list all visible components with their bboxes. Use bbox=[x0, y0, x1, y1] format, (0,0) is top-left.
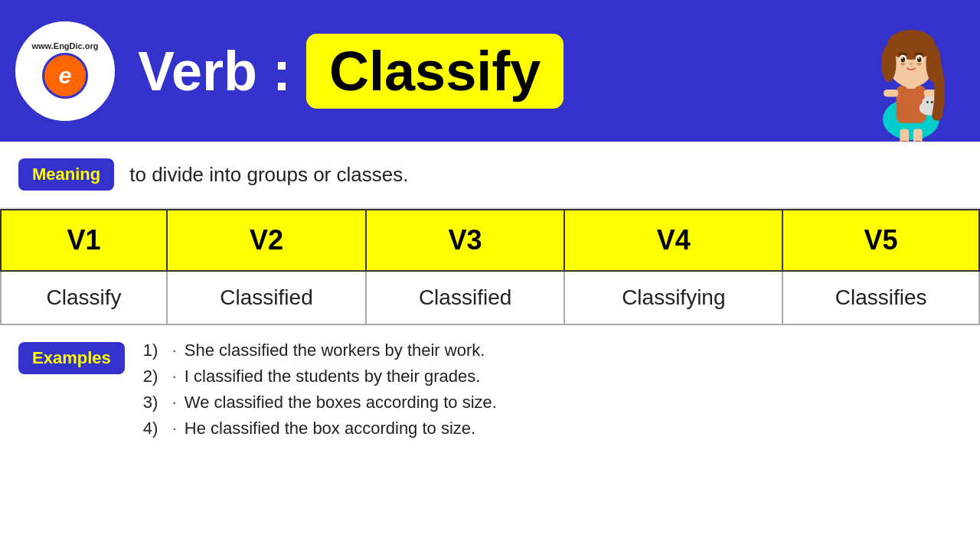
svg-point-24 bbox=[917, 57, 922, 63]
list-item: 3) · We classified the boxes according t… bbox=[143, 393, 497, 412]
table-header-row: V1 V2 V3 V4 V5 bbox=[1, 210, 979, 271]
girl-illustration bbox=[850, 0, 972, 142]
girl-svg bbox=[854, 4, 969, 142]
svg-rect-1 bbox=[900, 129, 909, 142]
examples-row: Examples 1) · She classified the workers… bbox=[0, 325, 980, 454]
svg-point-26 bbox=[918, 57, 920, 59]
svg-point-17 bbox=[881, 45, 896, 83]
logo-text: www.EngDic.org bbox=[32, 41, 99, 51]
col-v3: V3 bbox=[366, 210, 565, 271]
example-text-4: He classified the box according to size. bbox=[185, 419, 475, 439]
col-v1: V1 bbox=[1, 210, 167, 271]
svg-point-11 bbox=[931, 101, 933, 103]
list-item: 2) · I classified the students by their … bbox=[143, 367, 497, 386]
logo: www.EngDic.org e bbox=[15, 21, 115, 121]
meaning-text: to divide into groups or classes. bbox=[129, 163, 408, 187]
col-v4: V4 bbox=[564, 210, 782, 271]
svg-point-25 bbox=[901, 57, 903, 59]
col-v2: V2 bbox=[167, 210, 366, 271]
examples-list: 1) · She classified the workers by their… bbox=[143, 341, 497, 439]
cell-v1: Classify bbox=[1, 271, 167, 324]
main-word-badge: Classify bbox=[306, 34, 564, 109]
svg-rect-2 bbox=[913, 129, 923, 142]
table-data-row: Classify Classified Classified Classifyi… bbox=[1, 271, 979, 324]
list-item: 4) · He classified the box according to … bbox=[143, 419, 497, 439]
verb-label: Verb : bbox=[138, 40, 291, 103]
meaning-badge: Meaning bbox=[18, 158, 114, 191]
examples-badge: Examples bbox=[18, 342, 125, 374]
cell-v3: Classified bbox=[366, 271, 565, 324]
logo-icon: e bbox=[42, 53, 88, 99]
logo-letter: e bbox=[59, 63, 72, 89]
example-text-2: I classified the students by their grade… bbox=[185, 367, 480, 386]
svg-point-23 bbox=[900, 57, 905, 63]
cell-v4: Classifying bbox=[564, 271, 782, 324]
content-area: Meaning to divide into groups or classes… bbox=[0, 142, 980, 454]
col-v5: V5 bbox=[782, 210, 979, 271]
meaning-row: Meaning to divide into groups or classes… bbox=[0, 142, 980, 209]
svg-point-10 bbox=[926, 101, 929, 103]
example-text-3: We classified the boxes according to siz… bbox=[185, 393, 497, 412]
header: www.EngDic.org e Verb : Classify bbox=[0, 0, 980, 142]
verb-table: V1 V2 V3 V4 V5 Classify Classified Class… bbox=[0, 209, 980, 325]
cell-v5: Classifies bbox=[782, 271, 979, 324]
main-word: Classify bbox=[329, 41, 541, 102]
svg-rect-12 bbox=[884, 90, 898, 97]
list-item: 1) · She classified the workers by their… bbox=[143, 341, 497, 360]
example-text-1: She classified the workers by their work… bbox=[185, 341, 485, 360]
header-title-area: Verb : Classify bbox=[115, 34, 965, 109]
cell-v2: Classified bbox=[167, 271, 366, 324]
